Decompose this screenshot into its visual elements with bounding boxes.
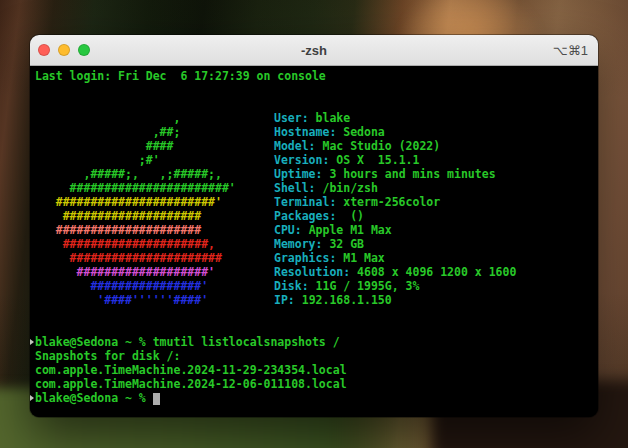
ascii-logo-line: ,#####;, ,;#####;, xyxy=(35,167,236,181)
info-line: CPU: Apple M1 Max xyxy=(274,223,516,237)
info-line: Terminal: xterm-256color xyxy=(274,195,516,209)
desktop: { "window": { "title": "-zsh", "shortcut… xyxy=(0,0,628,448)
info-value: Apple M1 Max xyxy=(302,223,392,237)
info-line: Disk: 11G / 1995G, 3% xyxy=(274,279,516,293)
info-value: xterm-256color xyxy=(336,195,440,209)
terminal-text: com.apple.TimeMachine.2024-12-06-011108.… xyxy=(35,377,347,391)
info-label: Packages: xyxy=(274,209,336,223)
system-info: User: blakeHostname: SedonaModel: Mac St… xyxy=(274,111,516,307)
terminal-cursor[interactable] xyxy=(153,393,160,405)
info-line: Version: OS X 15.1.1 xyxy=(274,153,516,167)
ascii-logo-line: #######################' xyxy=(35,181,236,195)
window-title: -zsh xyxy=(30,43,598,58)
ascii-logo: , ,##; #### ;#' ,#####;, ,;#####;, #####… xyxy=(35,111,236,307)
info-line: Model: Mac Studio (2022) xyxy=(274,139,516,153)
terminal-text: blake@Sedona ~ % xyxy=(35,391,153,405)
info-value: 11G / 1995G, 3% xyxy=(309,279,420,293)
ascii-logo-line: #######################' xyxy=(35,195,236,209)
ascii-logo-line: ;#' xyxy=(35,153,236,167)
terminal-line: blake@Sedona ~ % xyxy=(35,391,598,405)
info-label: CPU: xyxy=(274,223,302,237)
info-label: Shell: xyxy=(274,181,316,195)
terminal-content[interactable]: Last login: Fri Dec 6 17:27:39 on consol… xyxy=(30,66,598,417)
info-value: Mac Studio (2022) xyxy=(316,139,441,153)
info-label: Resolution: xyxy=(274,265,350,279)
info-value: 4608 x 4096 1200 x 1600 xyxy=(350,265,516,279)
info-line: Shell: /bin/zsh xyxy=(274,181,516,195)
archey-output: , ,##; #### ;#' ,#####;, ,;#####;, #####… xyxy=(35,111,598,307)
info-value: 192.168.1.150 xyxy=(295,293,392,307)
terminal-text: com.apple.TimeMachine.2024-11-29-234354.… xyxy=(35,363,347,377)
info-line: Packages: () xyxy=(274,209,516,223)
prompt-marker-icon xyxy=(30,395,34,401)
info-label: Memory: xyxy=(274,237,322,251)
info-value: () xyxy=(336,209,364,223)
info-line: Graphics: M1 Max xyxy=(274,251,516,265)
info-value: 32 GB xyxy=(322,237,364,251)
info-line: User: blake xyxy=(274,111,516,125)
ascii-logo-line: ##################### xyxy=(35,223,236,237)
blank-line xyxy=(35,97,598,111)
terminal-line: com.apple.TimeMachine.2024-12-06-011108.… xyxy=(35,377,598,391)
terminal-text: blake@Sedona ~ % tmutil listlocalsnapsho… xyxy=(35,335,340,349)
ascii-logo-line: #################### xyxy=(35,209,236,223)
ascii-logo-line: ,##; xyxy=(35,125,236,139)
info-label: IP: xyxy=(274,293,295,307)
ascii-logo-line: ###################### xyxy=(35,251,236,265)
info-line: Memory: 32 GB xyxy=(274,237,516,251)
ascii-logo-line: '####''''''####' xyxy=(35,293,236,307)
terminal-text: Snapshots for disk /: xyxy=(35,349,180,363)
terminal-line: blake@Sedona ~ % tmutil listlocalsnapsho… xyxy=(35,335,598,349)
info-label: Version: xyxy=(274,153,329,167)
info-label: Graphics: xyxy=(274,251,336,265)
info-line: IP: 192.168.1.150 xyxy=(274,293,516,307)
info-value: 3 hours and mins minutes xyxy=(322,167,495,181)
ascii-logo-line: #####################, xyxy=(35,237,236,251)
window-shortcut-badge: ⌥⌘1 xyxy=(553,43,588,58)
info-value: Sedona xyxy=(336,125,384,139)
info-label: Hostname: xyxy=(274,125,336,139)
session-lines: blake@Sedona ~ % tmutil listlocalsnapsho… xyxy=(35,335,598,405)
info-value: /bin/zsh xyxy=(316,181,378,195)
ascii-logo-line: #### xyxy=(35,139,236,153)
blank-line xyxy=(35,307,598,321)
window-titlebar[interactable]: -zsh ⌥⌘1 xyxy=(30,35,598,66)
info-line: Resolution: 4608 x 4096 1200 x 1600 xyxy=(274,265,516,279)
info-value: M1 Max xyxy=(336,251,384,265)
blank-line xyxy=(35,321,598,335)
ascii-logo-line: ################' xyxy=(35,279,236,293)
prompt-marker-icon xyxy=(30,339,34,345)
last-login-line: Last login: Fri Dec 6 17:27:39 on consol… xyxy=(35,69,598,83)
info-line: Hostname: Sedona xyxy=(274,125,516,139)
terminal-window: -zsh ⌥⌘1 Last login: Fri Dec 6 17:27:39 … xyxy=(30,35,598,417)
info-label: Disk: xyxy=(274,279,309,293)
terminal-line: Snapshots for disk /: xyxy=(35,349,598,363)
info-label: User: xyxy=(274,111,309,125)
info-value: OS X 15.1.1 xyxy=(329,153,419,167)
info-label: Uptime: xyxy=(274,167,322,181)
info-label: Terminal: xyxy=(274,195,336,209)
ascii-logo-line: , xyxy=(35,111,236,125)
blank-line xyxy=(35,83,598,97)
terminal-line: com.apple.TimeMachine.2024-11-29-234354.… xyxy=(35,363,598,377)
info-label: Model: xyxy=(274,139,316,153)
ascii-logo-line: ###################' xyxy=(35,265,236,279)
info-value: blake xyxy=(309,111,351,125)
info-line: Uptime: 3 hours and mins minutes xyxy=(274,167,516,181)
